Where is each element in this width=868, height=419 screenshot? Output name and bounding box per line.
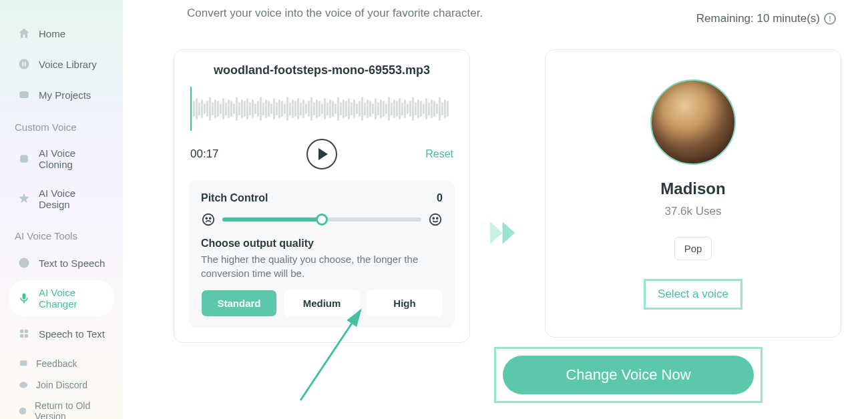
svg-point-5: [19, 258, 29, 268]
svg-rect-3: [19, 91, 28, 98]
waveform-bar: [329, 99, 331, 118]
sidebar-item-text-to-speech[interactable]: Text to Speech: [9, 250, 114, 276]
pitch-slider-fill: [222, 218, 322, 222]
pitch-label: Pitch Control: [201, 192, 268, 204]
waveform-bar: [278, 99, 280, 118]
reset-button[interactable]: Reset: [425, 148, 453, 160]
waveform[interactable]: [189, 87, 455, 131]
waveform-bar: [436, 103, 438, 114]
waveform-bar: [351, 102, 353, 115]
svg-rect-2: [25, 62, 26, 67]
waveform-bar: [431, 99, 433, 118]
quality-hint: The higher the quality you choose, the l…: [201, 252, 443, 280]
waveform-bar: [276, 102, 278, 115]
svg-point-20: [437, 218, 438, 219]
waveform-bar: [369, 101, 371, 117]
controls-panel: Pitch Control 0 Choose output qualit: [189, 180, 455, 328]
sidebar-item-label: My Projects: [39, 89, 91, 101]
waveform-bar: [233, 103, 235, 114]
svg-point-18: [430, 214, 441, 226]
sidebar-item-speech-to-text[interactable]: Speech to Text: [9, 320, 114, 347]
waveform-bar: [209, 97, 211, 121]
sidebar-item-ai-voice-design[interactable]: AI Voice Design: [9, 181, 114, 217]
waveform-bar: [388, 97, 390, 121]
waveform-bar: [308, 101, 310, 117]
svg-point-14: [19, 408, 27, 415]
voice-tag[interactable]: Pop: [674, 237, 712, 260]
waveform-bar: [367, 99, 369, 118]
waveform-bar: [201, 99, 203, 118]
chat-icon: [17, 256, 31, 270]
waveform-bar: [222, 98, 224, 119]
waveform-bar: [270, 103, 272, 114]
waveform-bar: [281, 101, 283, 117]
waveform-bar: [425, 98, 427, 119]
waveform-bar: [332, 101, 334, 117]
waveform-bar: [254, 103, 256, 114]
sidebar-footer-feedback[interactable]: Feedback: [9, 355, 114, 372]
voice-name: Madison: [660, 179, 725, 198]
waveform-bar: [321, 103, 323, 114]
pitch-slider-track[interactable]: [222, 218, 421, 222]
sidebar-footer-old-version[interactable]: Return to Old Version: [9, 398, 114, 419]
waveform-bar: [257, 101, 259, 117]
quality-high[interactable]: High: [367, 290, 443, 317]
waveform-bar: [324, 98, 326, 119]
sidebar-footer-label: Return to Old Version: [35, 400, 105, 419]
waveform-bar: [359, 101, 361, 117]
sidebar-item-my-projects[interactable]: My Projects: [9, 81, 114, 108]
svg-rect-12: [20, 360, 27, 366]
pitch-low-icon: [201, 212, 216, 227]
waveform-bar: [249, 102, 251, 115]
remaining-label: Remaining: 10 minute(s): [696, 12, 820, 25]
waveform-bar: [439, 97, 441, 121]
waveform-bar: [372, 103, 374, 114]
waveform-bar: [356, 103, 358, 114]
sidebar-item-home[interactable]: Home: [9, 20, 114, 47]
sidebar-item-label: Speech to Text: [39, 328, 105, 340]
waveform-bar: [294, 101, 296, 117]
select-voice-button[interactable]: Select a voice: [644, 279, 742, 310]
pitch-slider-thumb[interactable]: [316, 214, 328, 226]
waveform-bar: [335, 103, 337, 114]
info-icon[interactable]: !: [824, 13, 836, 25]
quality-standard[interactable]: Standard: [201, 290, 277, 317]
play-button[interactable]: [306, 139, 337, 169]
waveform-bar: [212, 102, 214, 115]
quality-medium[interactable]: Medium: [284, 290, 360, 317]
svg-point-16: [206, 218, 207, 219]
waveform-bar: [310, 97, 312, 121]
waveform-bar: [343, 99, 345, 118]
waveform-bar: [393, 99, 395, 118]
sidebar-footer-discord[interactable]: Join Discord: [9, 376, 114, 394]
sidebar-footer-label: Feedback: [36, 358, 77, 369]
change-voice-now-button[interactable]: Change Voice Now: [503, 356, 754, 394]
waveform-bar: [348, 98, 350, 119]
waveform-bar: [206, 101, 208, 117]
waveform-bar: [236, 97, 238, 121]
waveform-bar: [444, 99, 446, 118]
playhead-cursor[interactable]: [190, 87, 192, 131]
pitch-value: 0: [437, 192, 443, 204]
sidebar-footer-label: Join Discord: [36, 380, 87, 390]
waveform-bar: [441, 102, 443, 115]
waveform-bar: [391, 102, 393, 115]
waveform-bar: [423, 103, 425, 114]
waveform-bar: [428, 102, 430, 115]
waveform-bar: [420, 101, 422, 117]
waveform-bar: [375, 98, 377, 119]
sidebar-item-label: Home: [39, 28, 65, 39]
svg-rect-9: [25, 330, 28, 333]
voice-avatar: [650, 79, 736, 165]
waveform-bar: [217, 101, 219, 117]
waveform-bar: [300, 102, 302, 115]
waveform-bar: [241, 99, 243, 118]
sidebar-item-label: AI Voice Changer: [39, 287, 105, 310]
sidebar-item-ai-voice-cloning[interactable]: AI Voice Cloning: [9, 141, 114, 177]
waveform-bar: [284, 103, 286, 114]
waveform-bar: [273, 98, 275, 119]
sidebar-item-ai-voice-changer[interactable]: AI Voice Changer: [9, 280, 114, 316]
waveform-bar: [198, 102, 200, 115]
sidebar-item-voice-library[interactable]: Voice Library: [9, 51, 114, 77]
waveform-bar: [316, 99, 318, 118]
